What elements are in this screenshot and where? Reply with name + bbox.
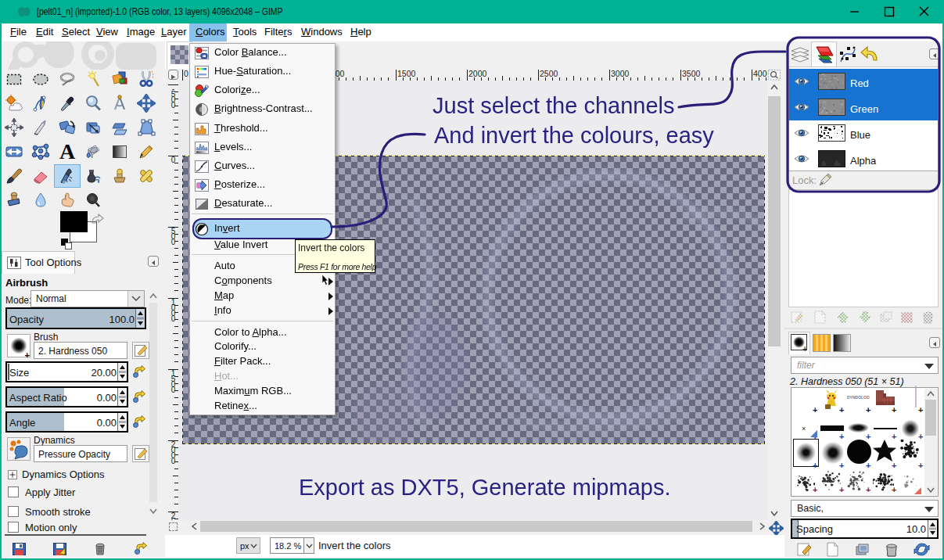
svg-text:0: 0 (171, 314, 176, 323)
svg-text:0: 0 (171, 156, 176, 164)
svg-text:0: 0 (171, 386, 176, 394)
svg-text:0: 0 (171, 101, 176, 109)
svg-text:2500: 2500 (540, 69, 558, 78)
svg-text:4000: 4000 (753, 69, 767, 78)
svg-text:2000: 2000 (468, 69, 487, 78)
svg-text:A: A (59, 142, 76, 161)
svg-text:0: 0 (184, 69, 188, 78)
svg-text:1500: 1500 (397, 69, 416, 78)
svg-text:0: 0 (171, 457, 176, 465)
svg-text:0: 0 (171, 238, 176, 246)
svg-text:5: 5 (171, 517, 176, 520)
svg-text:3500: 3500 (682, 69, 701, 78)
svg-text:3000: 3000 (611, 69, 630, 78)
